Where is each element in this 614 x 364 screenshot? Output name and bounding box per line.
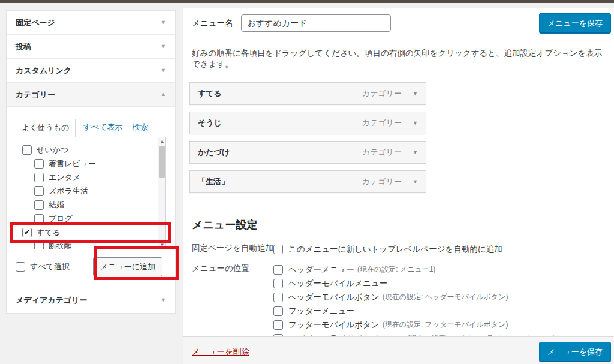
scroll-up-icon[interactable]: ▲ bbox=[158, 137, 166, 145]
tab-most-used[interactable]: よく使うもの bbox=[16, 119, 76, 137]
chevron-down-icon[interactable]: ▼ bbox=[161, 20, 166, 25]
category-option-suteru[interactable]: ✔ すてる bbox=[22, 225, 157, 239]
chevron-down-icon[interactable]: ▼ bbox=[161, 44, 166, 49]
category-option-label: 著書レビュー bbox=[49, 158, 96, 169]
auto-add-setting-row: 固定ページを自動追加 このメニューに新しいトップレベルページを自動的に追加 bbox=[183, 242, 614, 256]
menu-item-bar[interactable]: かたづけ カテゴリー ▼ bbox=[189, 141, 426, 164]
menu-item-type: カテゴリー bbox=[362, 176, 402, 187]
category-option-label: すてる bbox=[37, 227, 61, 238]
panel-categories[interactable]: カテゴリー ▲ bbox=[7, 83, 175, 107]
location-checkbox-header-menu[interactable]: ヘッダーメニュー (現在の設定: メニュー1) bbox=[273, 263, 555, 276]
menu-structure-list: すてる カテゴリー ▼ そうじ カテゴリー ▼ かたづけ カテゴリー ▼ bbox=[189, 82, 614, 193]
menu-item-label: かたづけ bbox=[198, 147, 230, 158]
category-option[interactable]: ブログ bbox=[22, 212, 157, 225]
category-tabs: よく使うもの すべて表示 検索 bbox=[16, 121, 166, 137]
wordpress-menu-editor-screen: 固定ページ ▼ 投稿 ▼ カスタムリンク ▼ カテゴリー ▲ よく使うもの すべ… bbox=[0, 0, 614, 364]
checked-checkbox-icon[interactable]: ✔ bbox=[22, 228, 32, 237]
category-option-label: エンタメ bbox=[49, 172, 80, 183]
save-menu-button-top[interactable]: メニューを保存 bbox=[539, 13, 611, 34]
menu-item-bar[interactable]: すてる カテゴリー ▼ bbox=[189, 82, 426, 105]
category-option-label: せいかつ bbox=[37, 145, 68, 155]
delete-menu-link[interactable]: メニューを削除 bbox=[192, 347, 249, 357]
divider bbox=[183, 210, 614, 210]
menu-item-label: そうじ bbox=[198, 118, 222, 128]
expand-item-icon[interactable]: ▼ bbox=[413, 179, 418, 185]
admin-bar bbox=[0, 0, 614, 3]
auto-add-checkbox[interactable]: このメニューに新しいトップレベルページを自動的に追加 bbox=[273, 242, 502, 256]
category-panel-actions: すべて選択 メニューに追加 bbox=[16, 257, 166, 277]
location-current-setting: (現在の設定: メニュー1) bbox=[357, 264, 435, 275]
location-checkbox-footer-mobile-button[interactable]: フッターモバイルボタン (現在の設定: フッターモバイルボタン) bbox=[273, 318, 555, 332]
location-label: フッターメニュー bbox=[288, 306, 354, 317]
category-option[interactable]: 結婚 bbox=[22, 198, 157, 212]
panel-media-categories[interactable]: メディアカテゴリー ▼ bbox=[7, 287, 175, 313]
checkbox-icon[interactable] bbox=[273, 265, 283, 275]
checkbox-icon[interactable] bbox=[16, 262, 25, 272]
category-option[interactable]: ズボラ生活 bbox=[22, 184, 157, 198]
menu-locations-row: メニューの位置 ヘッダーメニュー (現在の設定: メニュー1) ヘッダーモバイル… bbox=[183, 263, 614, 345]
categories-panel-body: よく使うもの すべて表示 検索 せいかつ 著書レビュー エンタメ bbox=[7, 107, 175, 287]
scroll-down-icon[interactable]: ▼ bbox=[158, 241, 166, 249]
checkbox-icon[interactable] bbox=[273, 293, 283, 302]
menu-item-label: 「生活」 bbox=[198, 176, 229, 187]
panel-label: メディアカテゴリー bbox=[16, 295, 87, 306]
add-to-menu-button[interactable]: メニューに追加 bbox=[93, 257, 162, 276]
checkbox-icon[interactable] bbox=[273, 279, 283, 288]
panel-fixed-pages[interactable]: 固定ページ ▼ bbox=[7, 11, 175, 35]
checkbox-icon[interactable] bbox=[22, 145, 32, 155]
category-option-label: ブログ bbox=[49, 213, 73, 224]
tab-view-all[interactable]: すべて表示 bbox=[82, 119, 125, 137]
checkbox-icon[interactable] bbox=[273, 306, 283, 316]
menu-item-type: カテゴリー bbox=[362, 88, 402, 99]
checkbox-icon[interactable] bbox=[34, 200, 44, 210]
expand-item-icon[interactable]: ▼ bbox=[413, 120, 418, 126]
menu-settings-heading: メニュー設定 bbox=[192, 218, 614, 232]
drag-instruction-text: 好みの順番に各項目をドラッグしてください。項目の右側の矢印をクリックすると、追加… bbox=[192, 48, 609, 70]
checkbox-icon[interactable] bbox=[34, 186, 44, 196]
category-checklist: せいかつ 著書レビュー エンタメ ズボラ生活 結婚 bbox=[16, 137, 166, 249]
location-current-setting: (現在の設定: フッターモバイルボタン) bbox=[383, 320, 508, 330]
checkbox-icon[interactable] bbox=[273, 320, 283, 330]
menu-editor-panel: メニュー名 メニューを保存 好みの順番に各項目をドラッグしてください。項目の右側… bbox=[183, 8, 614, 364]
panel-custom-links[interactable]: カスタムリンク ▼ bbox=[7, 59, 175, 83]
checkbox-icon[interactable] bbox=[34, 173, 44, 182]
location-checkbox-header-mobile-menu[interactable]: ヘッダーモバイルメニュー bbox=[273, 276, 555, 290]
save-menu-button-bottom[interactable]: メニューを保存 bbox=[539, 342, 611, 362]
expand-item-icon[interactable]: ▼ bbox=[413, 91, 418, 97]
location-checkbox-footer-menu[interactable]: フッターメニュー bbox=[273, 304, 555, 318]
category-option[interactable]: 断捨離 bbox=[22, 239, 157, 249]
checkbox-icon[interactable] bbox=[34, 159, 44, 169]
checkbox-icon[interactable] bbox=[273, 245, 283, 254]
scrollbar[interactable]: ▲ ▼ bbox=[158, 137, 165, 249]
menu-item-bar[interactable]: そうじ カテゴリー ▼ bbox=[189, 112, 426, 134]
checkbox-icon[interactable] bbox=[34, 242, 44, 250]
select-all-checkbox[interactable]: すべて選択 bbox=[16, 261, 70, 272]
panel-posts[interactable]: 投稿 ▼ bbox=[7, 35, 175, 59]
menu-item-type: カテゴリー bbox=[362, 118, 402, 128]
checkbox-icon[interactable] bbox=[34, 214, 44, 224]
category-option[interactable]: 著書レビュー bbox=[22, 157, 157, 170]
scrollbar-thumb[interactable] bbox=[159, 146, 165, 178]
auto-add-option-label: このメニューに新しいトップレベルページを自動的に追加 bbox=[288, 244, 502, 255]
menu-name-row: メニュー名 メニューを保存 bbox=[183, 8, 614, 38]
tab-search[interactable]: 検索 bbox=[130, 119, 149, 137]
location-label: ヘッダーモバイルボタン bbox=[288, 292, 380, 303]
chevron-up-icon[interactable]: ▲ bbox=[161, 92, 166, 97]
category-option[interactable]: せいかつ bbox=[22, 143, 157, 157]
menu-item-bar[interactable]: 「生活」 カテゴリー ▼ bbox=[189, 170, 426, 193]
category-option-label: 断捨離 bbox=[49, 241, 72, 250]
panel-label: カテゴリー bbox=[16, 89, 55, 100]
chevron-down-icon[interactable]: ▼ bbox=[161, 68, 166, 73]
locations-list: ヘッダーメニュー (現在の設定: メニュー1) ヘッダーモバイルメニュー ヘッダ… bbox=[273, 263, 555, 345]
location-label: ヘッダーメニュー bbox=[288, 264, 354, 275]
location-label: ヘッダーモバイルメニュー bbox=[288, 278, 387, 289]
chevron-down-icon[interactable]: ▼ bbox=[161, 297, 166, 303]
location-checkbox-header-mobile-button[interactable]: ヘッダーモバイルボタン (現在の設定: ヘッダーモバイルボタン) bbox=[273, 290, 555, 304]
panel-label: 投稿 bbox=[16, 41, 31, 52]
category-option[interactable]: エンタメ bbox=[22, 170, 157, 184]
menu-name-input[interactable] bbox=[241, 14, 391, 32]
category-option-label: 結婚 bbox=[49, 200, 64, 210]
menu-item-type: カテゴリー bbox=[362, 147, 402, 158]
expand-item-icon[interactable]: ▼ bbox=[413, 149, 418, 155]
location-current-setting: (現在の設定: ヘッダーモバイルボタン) bbox=[383, 292, 508, 302]
